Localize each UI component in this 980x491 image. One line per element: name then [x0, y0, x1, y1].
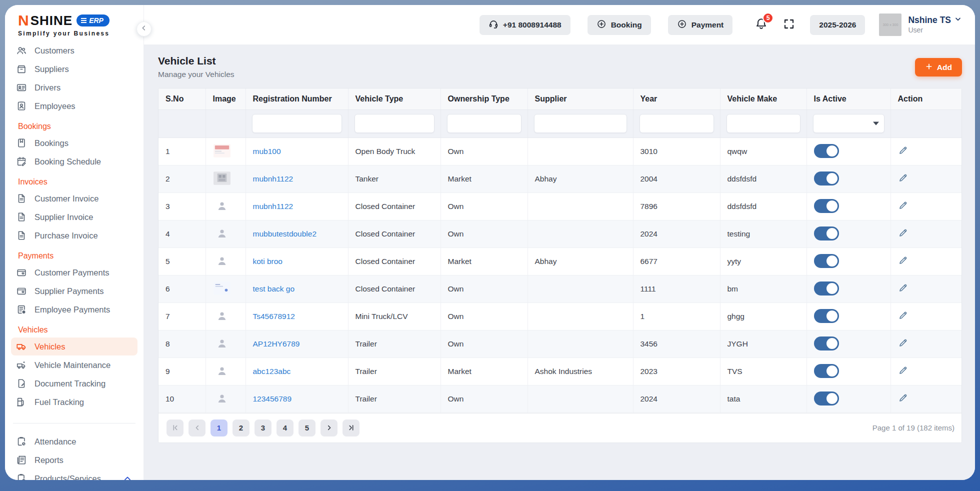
is-active-toggle[interactable]	[814, 144, 839, 158]
cell-supplier	[528, 138, 633, 165]
cell-make: ddsfdsfd	[720, 165, 806, 192]
is-active-toggle[interactable]	[814, 392, 839, 406]
sidebar-item-supplier-invoice[interactable]: Supplier Invoice	[11, 208, 138, 226]
cell-registration: test back go	[246, 275, 348, 302]
doc-pen-icon	[16, 378, 27, 389]
filter-vehicle-type-input[interactable]	[354, 114, 434, 133]
notifications-button[interactable]: 5	[754, 17, 768, 32]
add-payment-button[interactable]: Payment	[668, 15, 733, 35]
sidebar-item-employee-payments[interactable]: Employee Payments	[11, 300, 138, 318]
registration-link[interactable]: mub100	[253, 147, 281, 156]
page-1-button[interactable]: 1	[210, 420, 228, 436]
fullscreen-button[interactable]	[783, 18, 795, 32]
column-header-is-active: Is Active	[806, 88, 890, 110]
registration-link[interactable]: mubnh1122	[253, 174, 294, 183]
sidebar-item-supplier-payments[interactable]: Supplier Payments	[11, 282, 138, 300]
registration-link[interactable]: mubbutestdouble2	[253, 230, 317, 238]
page-3-button[interactable]: 3	[254, 420, 272, 436]
sidebar-item-employees[interactable]: Employees	[11, 97, 138, 115]
sidebar-item-customer-invoice[interactable]: Customer Invoice	[11, 190, 138, 208]
page-next-button[interactable]	[320, 420, 338, 436]
cell-year: 3010	[633, 138, 720, 165]
sidebar-item-purchase-invoice[interactable]: Purchase Invoice	[11, 226, 138, 244]
sidebar-item-vehicle-maintenance[interactable]: Vehicle Maintenance	[11, 356, 138, 374]
table-header-row: S.NoImageRegistration NumberVehicle Type…	[158, 88, 962, 110]
sidebar-item-label: Reports	[34, 456, 64, 465]
is-active-toggle[interactable]	[814, 254, 839, 268]
table-row: 1mub100Open Body TruckOwn3010qwqw	[158, 138, 962, 165]
edit-icon[interactable]	[898, 145, 908, 156]
cell-make: ghgg	[720, 302, 806, 330]
fiscal-year-selector[interactable]: 2025-2026	[810, 15, 865, 35]
sidebar-item-vehicles[interactable]: Vehicles	[11, 338, 138, 356]
edit-icon[interactable]	[898, 282, 908, 293]
registration-link[interactable]: 123456789	[253, 394, 292, 403]
sidebar-item-customers[interactable]: Customers	[11, 42, 138, 60]
sidebar-item-drivers[interactable]: Drivers	[11, 78, 138, 96]
sidebar-nav: CustomersSuppliersDriversEmployeesBookin…	[5, 40, 144, 480]
edit-icon[interactable]	[898, 255, 908, 266]
cell-vehicle-type: Mini Truck/LCV	[348, 302, 440, 330]
is-active-toggle[interactable]	[814, 172, 839, 186]
edit-icon[interactable]	[898, 310, 908, 320]
sidebar-collapse-button[interactable]	[136, 22, 152, 36]
registration-link[interactable]: mubnh1122	[253, 202, 294, 210]
sidebar-section-bookings: Bookings	[5, 116, 144, 134]
is-active-toggle[interactable]	[814, 282, 839, 296]
filter-vehicle-make-input[interactable]	[726, 114, 800, 133]
is-active-toggle[interactable]	[814, 364, 839, 378]
filter-ownership-type-input[interactable]	[447, 114, 522, 133]
sidebar-item-customer-payments[interactable]: Customer Payments	[11, 264, 138, 282]
edit-icon[interactable]	[898, 365, 908, 376]
edit-icon[interactable]	[898, 392, 908, 403]
sidebar-item-fuel-tracking[interactable]: Fuel Tracking	[11, 393, 138, 411]
sidebar-item-reports[interactable]: Reports	[11, 451, 138, 469]
sidebar-item-label: Employees	[34, 102, 76, 111]
column-header-supplier: Supplier	[528, 88, 633, 110]
sidebar-item-products-services[interactable]: Products/Services	[11, 470, 138, 480]
toggle-knob	[826, 338, 838, 349]
top-header: +91 8008914488 Booking Payment 5	[144, 5, 975, 45]
cell-registration: mub100	[246, 138, 348, 165]
page-prev-button	[188, 420, 206, 436]
filter-registration-number-input[interactable]	[252, 114, 342, 133]
sidebar-item-attendance[interactable]: Attendance	[11, 432, 138, 450]
page-5-button[interactable]: 5	[298, 420, 316, 436]
is-active-toggle[interactable]	[814, 336, 839, 350]
edit-icon[interactable]	[898, 228, 908, 238]
registration-link[interactable]: test back go	[253, 284, 295, 293]
page-4-button[interactable]: 4	[276, 420, 294, 436]
support-phone-button[interactable]: +91 8008914488	[480, 15, 570, 35]
registration-link[interactable]: koti broo	[253, 257, 282, 266]
add-booking-button[interactable]: Booking	[588, 15, 651, 35]
is-active-toggle[interactable]	[814, 226, 839, 240]
add-vehicle-button[interactable]: Add	[915, 58, 962, 76]
is-active-toggle[interactable]	[814, 199, 839, 213]
cell-is-active	[806, 138, 890, 165]
edit-icon[interactable]	[898, 338, 908, 348]
filter-is-active-select[interactable]	[813, 114, 884, 133]
filter-supplier-input[interactable]	[534, 114, 627, 133]
is-active-toggle[interactable]	[814, 309, 839, 323]
cell-image	[206, 358, 246, 385]
sidebar-item-booking-schedule[interactable]: Booking Schedule	[11, 152, 138, 170]
sidebar-item-bookings[interactable]: Bookings	[11, 134, 138, 152]
toggle-knob	[826, 393, 838, 404]
cell-is-active	[806, 192, 890, 220]
chevron-left-icon	[140, 24, 148, 34]
filter-year-input[interactable]	[640, 114, 714, 133]
registration-link[interactable]: abc123abc	[253, 367, 291, 376]
cell-image	[206, 165, 246, 192]
page-2-button[interactable]: 2	[232, 420, 250, 436]
edit-icon[interactable]	[898, 200, 908, 210]
cell-supplier	[528, 192, 633, 220]
sidebar-item-suppliers[interactable]: Suppliers	[11, 60, 138, 78]
registration-link[interactable]: Ts45678912	[253, 312, 295, 320]
page-last-button[interactable]	[342, 420, 360, 436]
user-menu[interactable]: 300 x 300 Nshine TS User	[879, 14, 962, 36]
cell-is-active	[806, 248, 890, 275]
registration-link[interactable]: AP12HY6789	[253, 340, 300, 348]
cell-supplier	[528, 385, 633, 412]
sidebar-item-document-tracking[interactable]: Document Tracking	[11, 374, 138, 392]
edit-icon[interactable]	[898, 172, 908, 183]
